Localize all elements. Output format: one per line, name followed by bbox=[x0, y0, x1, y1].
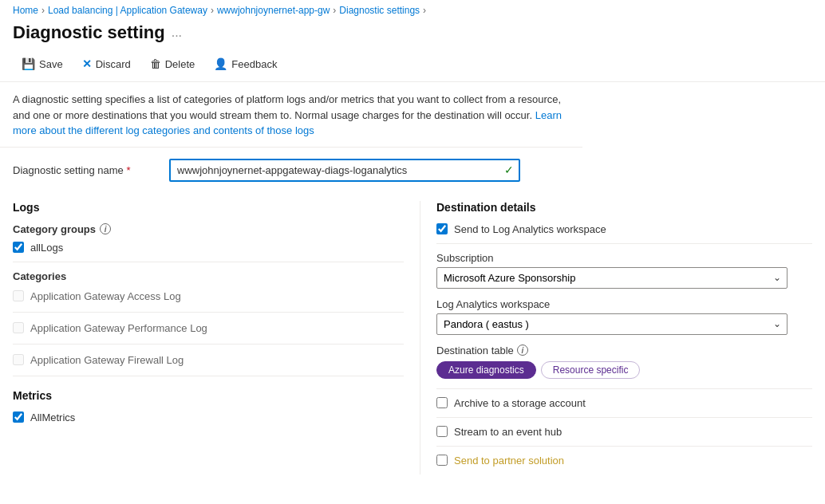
archive-storage-checkbox[interactable] bbox=[436, 397, 448, 408]
page-title-ellipsis: ... bbox=[172, 26, 182, 40]
required-indicator: * bbox=[126, 164, 130, 176]
cat1-label: Application Gateway Access Log bbox=[30, 290, 181, 302]
partner-row: Send to partner solution bbox=[436, 446, 812, 474]
main-content: Logs Category groups i allLogs Categorie… bbox=[0, 201, 825, 474]
left-column: Logs Category groups i allLogs Categorie… bbox=[13, 201, 420, 474]
log-analytics-dropdown-wrapper: Pandora ( eastus ) ⌄ bbox=[436, 313, 788, 335]
form-section: Diagnostic setting name * ✓ bbox=[0, 148, 825, 201]
description-text2: and one or more destinations that you wo… bbox=[13, 109, 532, 121]
dest-table-group: Destination table i Azure diagnostics Re… bbox=[436, 345, 812, 379]
stream-event-hub-label[interactable]: Stream to an event hub bbox=[454, 426, 562, 438]
save-button[interactable]: 💾 Save bbox=[13, 53, 72, 75]
discard-icon: ✕ bbox=[82, 57, 92, 70]
stream-event-hub-checkbox[interactable] bbox=[436, 426, 448, 437]
all-logs-checkbox[interactable] bbox=[13, 242, 24, 253]
subscription-dropdown[interactable]: Microsoft Azure Sponsorship bbox=[436, 267, 788, 289]
logs-divider bbox=[13, 262, 404, 262]
partner-solution-checkbox[interactable] bbox=[436, 455, 448, 466]
archive-row: Archive to a storage account bbox=[436, 388, 812, 417]
diag-name-input[interactable] bbox=[169, 159, 520, 182]
all-metrics-row: AllMetrics bbox=[13, 411, 404, 423]
page-header: Diagnostic setting ... bbox=[0, 19, 825, 49]
logs-heading: Logs bbox=[13, 201, 404, 214]
diag-name-input-wrapper: ✓ bbox=[169, 159, 520, 182]
diag-name-row: Diagnostic setting name * ✓ bbox=[13, 159, 812, 182]
breadcrumb-home[interactable]: Home bbox=[13, 5, 38, 16]
check-icon: ✓ bbox=[504, 163, 514, 176]
discard-button[interactable]: ✕ Discard bbox=[73, 53, 140, 75]
resource-specific-option[interactable]: Resource specific bbox=[541, 361, 641, 379]
list-item: Application Gateway Access Log bbox=[13, 289, 404, 304]
cat3-divider bbox=[13, 376, 404, 376]
subscription-label: Subscription bbox=[436, 252, 812, 264]
all-logs-row: allLogs bbox=[13, 242, 404, 254]
cat1-checkbox bbox=[13, 290, 24, 301]
delete-button[interactable]: 🗑 Delete bbox=[141, 53, 204, 75]
list-item: Application Gateway Performance Log bbox=[13, 321, 404, 336]
log-analytics-label: Log Analytics workspace bbox=[436, 298, 812, 310]
log-analytics-dropdown[interactable]: Pandora ( eastus ) bbox=[436, 313, 788, 335]
feedback-button[interactable]: 👤 Feedback bbox=[205, 53, 286, 75]
page-title: Diagnostic setting bbox=[13, 22, 165, 43]
all-metrics-checkbox[interactable] bbox=[13, 411, 24, 423]
save-icon: 💾 bbox=[22, 57, 35, 70]
send-log-analytics-label[interactable]: Send to Log Analytics workspace bbox=[454, 223, 606, 235]
cat2-divider bbox=[13, 344, 404, 345]
cat2-checkbox bbox=[13, 322, 24, 333]
cat3-label: Application Gateway Firewall Log bbox=[30, 354, 184, 366]
send-log-analytics-checkbox[interactable] bbox=[436, 223, 448, 234]
destination-heading: Destination details bbox=[436, 201, 812, 214]
cat1-divider bbox=[13, 312, 404, 313]
categories-heading: Categories bbox=[13, 270, 404, 282]
category-groups-info-icon[interactable]: i bbox=[100, 223, 111, 234]
category-groups-heading: Category groups i bbox=[13, 223, 404, 235]
description-section: A diagnostic setting specifies a list of… bbox=[0, 82, 582, 148]
all-metrics-label[interactable]: AllMetrics bbox=[30, 411, 75, 423]
metrics-section: Metrics AllMetrics bbox=[13, 389, 404, 423]
cat2-label: Application Gateway Performance Log bbox=[30, 322, 207, 334]
diag-name-label: Diagnostic setting name * bbox=[13, 164, 156, 176]
list-item: Application Gateway Firewall Log bbox=[13, 352, 404, 368]
delete-icon: 🗑 bbox=[150, 57, 161, 70]
dest-table-options: Azure diagnostics Resource specific bbox=[436, 361, 640, 379]
description-text1: A diagnostic setting specifies a list of… bbox=[13, 93, 561, 105]
send-to-log-analytics-row: Send to Log Analytics workspace bbox=[436, 223, 812, 235]
log-analytics-group: Log Analytics workspace Pandora ( eastus… bbox=[436, 298, 812, 335]
dest-table-label: Destination table i bbox=[436, 345, 812, 356]
metrics-heading: Metrics bbox=[13, 389, 404, 402]
azure-diagnostics-option[interactable]: Azure diagnostics bbox=[436, 361, 536, 379]
log-analytics-divider bbox=[436, 243, 812, 244]
breadcrumb-diag-settings[interactable]: Diagnostic settings bbox=[339, 5, 420, 16]
breadcrumb-gateway[interactable]: wwwjohnjoynernet-app-gw bbox=[217, 5, 330, 16]
dest-table-info-icon[interactable]: i bbox=[517, 345, 528, 356]
subscription-group: Subscription Microsoft Azure Sponsorship… bbox=[436, 252, 812, 289]
toolbar: 💾 Save ✕ Discard 🗑 Delete 👤 Feedback bbox=[0, 49, 825, 82]
feedback-icon: 👤 bbox=[214, 57, 227, 70]
archive-storage-label[interactable]: Archive to a storage account bbox=[454, 397, 586, 409]
subscription-dropdown-wrapper: Microsoft Azure Sponsorship ⌄ bbox=[436, 267, 788, 289]
breadcrumb: Home › Load balancing | Application Gate… bbox=[0, 0, 825, 19]
breadcrumb-load-balancing[interactable]: Load balancing | Application Gateway bbox=[48, 5, 207, 16]
all-logs-label[interactable]: allLogs bbox=[30, 242, 63, 254]
stream-row: Stream to an event hub bbox=[436, 417, 812, 446]
right-column: Destination details Send to Log Analytic… bbox=[420, 201, 812, 474]
cat3-checkbox bbox=[13, 354, 24, 365]
partner-solution-label[interactable]: Send to partner solution bbox=[454, 455, 564, 467]
